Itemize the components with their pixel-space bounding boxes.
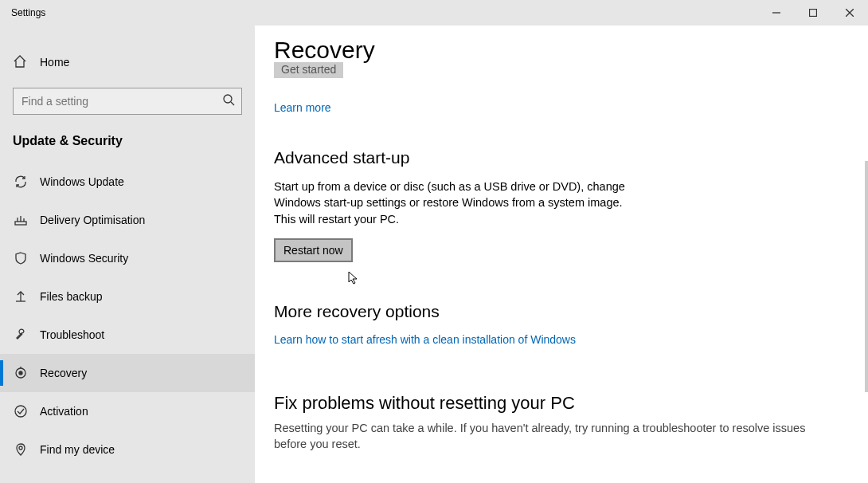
sidebar-home-label: Home — [40, 56, 69, 69]
svg-line-5 — [231, 102, 234, 105]
sidebar-item-security[interactable]: Windows Security — [0, 239, 255, 277]
fresh-install-link[interactable]: Learn how to start afresh with a clean i… — [274, 333, 576, 346]
sidebar-section-title: Update & Security — [0, 128, 255, 163]
learn-more-link[interactable]: Learn more — [274, 101, 331, 114]
home-icon — [13, 54, 29, 70]
sidebar-item-label: Troubleshoot — [40, 328, 104, 341]
window-title: Settings — [0, 7, 45, 18]
minimize-button[interactable] — [758, 0, 795, 26]
more-recovery-heading: More recovery options — [274, 302, 849, 321]
sidebar-item-recovery[interactable]: Recovery — [0, 354, 255, 392]
close-icon — [846, 9, 854, 17]
sidebar-item-label: Activation — [40, 405, 88, 418]
maximize-button[interactable] — [795, 0, 831, 26]
fix-problems-heading: Fix problems without resetting your PC — [274, 393, 849, 414]
location-icon — [13, 442, 29, 457]
close-button[interactable] — [831, 0, 868, 26]
svg-point-10 — [19, 371, 22, 375]
search-icon — [222, 93, 235, 109]
sidebar-item-label: Windows Security — [40, 252, 128, 265]
search-input[interactable] — [22, 95, 233, 108]
page-title: Recovery — [274, 37, 849, 64]
restart-now-button[interactable]: Restart now — [274, 238, 353, 262]
search-box[interactable] — [13, 88, 242, 115]
svg-point-13 — [19, 446, 22, 450]
shield-icon — [13, 250, 29, 266]
sidebar-item-label: Files backup — [40, 290, 103, 303]
svg-point-4 — [224, 95, 232, 103]
get-started-button[interactable]: Get started — [274, 62, 343, 78]
sidebar: Home Update & Security Windows Update De… — [0, 26, 255, 483]
sidebar-item-find-device[interactable]: Find my device — [0, 430, 255, 469]
sidebar-item-label: Find my device — [40, 443, 115, 456]
sidebar-item-windows-update[interactable]: Windows Update — [0, 163, 255, 201]
backup-icon — [13, 289, 29, 304]
advanced-startup-heading: Advanced start-up — [274, 148, 849, 167]
svg-rect-6 — [15, 222, 26, 225]
activation-icon — [13, 403, 29, 419]
main-content: Recovery Get started Learn more Advanced… — [255, 26, 868, 483]
delivery-icon — [13, 212, 29, 228]
advanced-startup-body: Start up from a device or disc (such as … — [274, 179, 632, 227]
sidebar-item-backup[interactable]: Files backup — [0, 277, 255, 316]
svg-rect-1 — [810, 10, 817, 17]
maximize-icon — [809, 9, 817, 17]
sidebar-item-activation[interactable]: Activation — [0, 392, 255, 430]
sidebar-item-label: Delivery Optimisation — [40, 214, 145, 226]
fix-problems-body: Resetting your PC can take a while. If y… — [274, 420, 815, 453]
sidebar-home[interactable]: Home — [0, 45, 255, 80]
titlebar: Settings — [0, 0, 868, 26]
wrench-icon — [13, 327, 29, 343]
svg-point-12 — [15, 406, 26, 417]
recovery-icon — [13, 365, 29, 381]
sidebar-item-label: Recovery — [40, 367, 87, 379]
minimize-icon — [772, 9, 780, 17]
window-controls — [758, 0, 868, 26]
sync-icon — [13, 174, 29, 190]
sidebar-item-troubleshoot[interactable]: Troubleshoot — [0, 316, 255, 354]
sidebar-item-delivery[interactable]: Delivery Optimisation — [0, 201, 255, 239]
scrollbar[interactable] — [865, 161, 868, 392]
sidebar-item-label: Windows Update — [40, 175, 124, 188]
